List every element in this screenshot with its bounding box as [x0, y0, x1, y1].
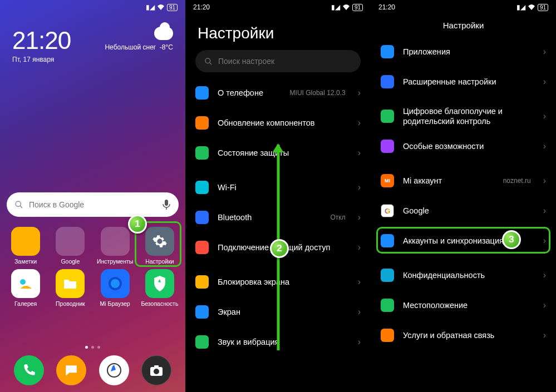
- app-label: Безопасность: [141, 300, 178, 307]
- svg-line-1: [20, 206, 22, 208]
- settings-list: Приложения›Расширенные настройки›Цифрово…: [371, 37, 556, 356]
- row-subtext: noznet.ru: [503, 177, 531, 185]
- wifi-icon: [157, 4, 165, 11]
- row-icon: [381, 110, 394, 123]
- settings-row[interactable]: MIMi аккаунтnoznet.ru›: [371, 166, 556, 196]
- dock-messages[interactable]: [56, 355, 86, 385]
- row-label: Обновление компонентов: [218, 118, 349, 127]
- dock-browser[interactable]: [99, 355, 129, 385]
- chevron-right-icon: ›: [358, 337, 361, 347]
- row-icon: [381, 299, 394, 312]
- chevron-right-icon: ›: [543, 300, 546, 310]
- row-icon: [381, 269, 394, 282]
- svg-line-12: [209, 62, 211, 64]
- folder-icon: [101, 227, 130, 256]
- settings-row[interactable]: Местоположение›: [371, 290, 556, 320]
- app-folder-google[interactable]: Google: [48, 227, 92, 265]
- settings-row[interactable]: Обновление компонентов›: [185, 108, 371, 138]
- status-bar: ▮◢ 91: [0, 0, 185, 14]
- row-label: О телефоне: [218, 88, 281, 97]
- app-gallery[interactable]: Галерея: [3, 269, 48, 307]
- row-icon: [195, 335, 209, 349]
- cloud-icon: [154, 27, 173, 40]
- row-icon: [381, 75, 394, 88]
- svg-point-9: [154, 369, 159, 374]
- row-label: Расширенные настройки: [403, 77, 534, 86]
- row-icon: [195, 275, 209, 289]
- settings-scrolled: 21:20 ▮◢ 91 Настройки Приложения›Расшире…: [371, 0, 556, 392]
- chevron-right-icon: ›: [358, 307, 361, 317]
- row-icon: [195, 146, 209, 160]
- folder-icon: [56, 227, 85, 256]
- annotation-badge-3: 3: [502, 230, 521, 249]
- search-icon: [14, 200, 23, 209]
- wifi-icon: [528, 4, 535, 11]
- status-bar: 21:20 ▮◢ 91: [185, 0, 371, 14]
- settings-main: 21:20 ▮◢ 91 Настройки Поиск настроек О т…: [185, 0, 371, 392]
- row-subtext: Откл: [330, 214, 345, 221]
- settings-row[interactable]: О телефонеMIUI Global 12.0.3›: [185, 78, 371, 108]
- mic-icon[interactable]: [162, 200, 171, 210]
- row-label: Звук и вибрация: [218, 338, 349, 346]
- clock-date: Пт, 17 января: [12, 56, 173, 63]
- svg-rect-10: [154, 365, 159, 368]
- chevron-right-icon: ›: [543, 176, 546, 186]
- dock-phone[interactable]: [14, 355, 44, 385]
- chevron-right-icon: ›: [543, 47, 546, 57]
- row-label: Bluetooth: [218, 213, 321, 222]
- svg-point-6: [111, 279, 120, 288]
- app-folder-tools[interactable]: Инструменты: [93, 227, 137, 265]
- weather-widget[interactable]: Небольшой снег -8°C: [105, 27, 173, 51]
- home-screen: ▮◢ 91 21:20 Пт, 17 января Небольшой снег…: [0, 0, 185, 392]
- notes-icon: [11, 227, 40, 256]
- row-icon: [195, 241, 209, 254]
- svg-point-0: [16, 201, 21, 206]
- wifi-icon: [342, 4, 350, 11]
- annotation-badge-2: 2: [270, 239, 289, 258]
- chevron-right-icon: ›: [543, 141, 546, 151]
- settings-row[interactable]: Особые возможности›: [371, 131, 556, 161]
- app-label: Mi Браузер: [100, 300, 130, 307]
- battery-icon: 91: [538, 4, 548, 11]
- settings-row[interactable]: Услуги и обратная связь›: [371, 320, 556, 350]
- row-icon: [195, 116, 209, 130]
- settings-row[interactable]: Конфиденциальность›: [371, 260, 556, 290]
- chevron-right-icon: ›: [543, 111, 546, 121]
- row-label: Цифровое благополучие и родительский кон…: [403, 106, 534, 126]
- battery-icon: 91: [352, 4, 363, 11]
- svg-point-11: [205, 58, 210, 63]
- app-filemanager[interactable]: Проводник: [48, 269, 92, 307]
- dock-camera[interactable]: [141, 355, 171, 385]
- settings-row[interactable]: GGoogle›: [371, 196, 556, 226]
- weather-text: Небольшой снег: [105, 43, 156, 51]
- app-label: Инструменты: [97, 258, 133, 265]
- row-icon: [381, 45, 394, 58]
- app-notes[interactable]: Заметки: [3, 227, 48, 265]
- highlight-3: [376, 227, 550, 254]
- svg-point-4: [20, 279, 26, 285]
- settings-row[interactable]: Расширенные настройки›: [371, 67, 556, 97]
- signal-icon: ▮◢: [146, 3, 155, 11]
- row-label: Местоположение: [403, 301, 534, 310]
- row-icon: G: [381, 204, 394, 217]
- google-search-bar[interactable]: Поиск в Google: [7, 192, 179, 217]
- chevron-right-icon: ›: [543, 330, 546, 340]
- page-indicator: [0, 346, 185, 349]
- folder-file-icon: [56, 269, 85, 298]
- settings-search[interactable]: Поиск настроек: [195, 50, 361, 72]
- row-label: Услуги и обратная связь: [403, 331, 534, 340]
- app-security[interactable]: Безопасность: [137, 269, 182, 307]
- status-time: 21:20: [193, 3, 210, 11]
- app-label: Заметки: [14, 258, 37, 265]
- signal-icon: ▮◢: [516, 3, 525, 11]
- row-label: Блокировка экрана: [218, 277, 349, 286]
- row-label: Конфиденциальность: [403, 271, 534, 280]
- row-icon: [381, 140, 394, 153]
- app-browser[interactable]: Mi Браузер: [93, 269, 137, 307]
- settings-row[interactable]: Приложения›: [371, 37, 556, 67]
- row-icon: MI: [381, 174, 394, 187]
- chevron-right-icon: ›: [358, 88, 361, 98]
- annotation-badge-1: 1: [128, 215, 147, 234]
- row-icon: [195, 181, 209, 194]
- settings-row[interactable]: Цифровое благополучие и родительский кон…: [371, 101, 556, 131]
